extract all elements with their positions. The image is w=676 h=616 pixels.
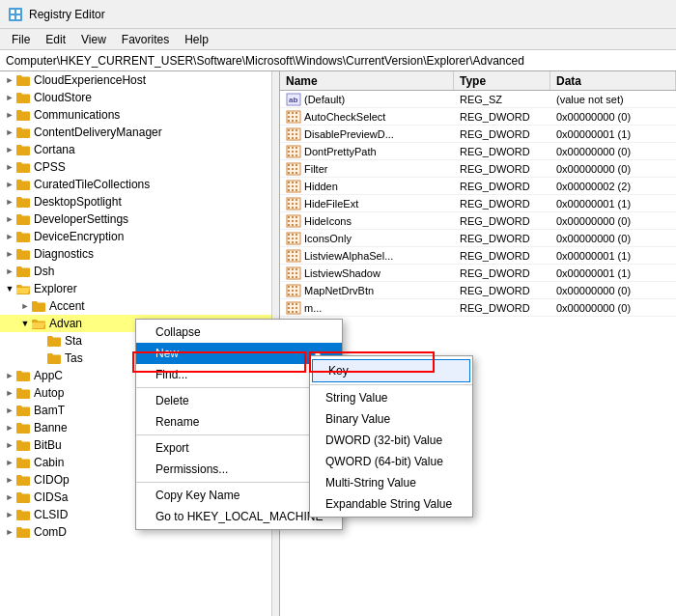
ctx-collapse[interactable]: Collapse — [136, 322, 342, 343]
sub-ctx-qword64[interactable]: QWORD (64-bit) Value — [310, 451, 472, 472]
svg-rect-157 — [296, 238, 297, 239]
svg-rect-94 — [288, 185, 290, 187]
svg-rect-44 — [296, 137, 297, 139]
ctx-collapse-label: Collapse — [155, 325, 201, 339]
svg-rect-193 — [292, 276, 294, 278]
folder-icon — [15, 490, 31, 504]
svg-rect-43 — [296, 133, 297, 135]
details-row-3[interactable]: DontPrettyPathREG_DWORD0x00000000 (0) — [280, 143, 676, 160]
svg-rect-0 — [9, 8, 22, 21]
svg-rect-174 — [292, 259, 294, 261]
svg-rect-215 — [296, 294, 297, 295]
details-row-8[interactable]: IconsOnlyREG_DWORD0x00000000 (0) — [280, 230, 676, 247]
tree-item-deviceencryption[interactable]: ► DeviceEncryption — [0, 228, 279, 245]
row-data-11: 0x00000000 (0) — [550, 285, 676, 296]
svg-rect-61 — [296, 147, 297, 149]
menu-favorites[interactable]: Favorites — [114, 31, 177, 48]
sub-ctx-qword64-label: QWORD (64-bit) Value — [325, 455, 443, 468]
tree-item-cpss[interactable]: ► CPSS — [0, 158, 279, 176]
tree-item-desktopspotlight[interactable]: ► DesktopSpotlight — [0, 193, 279, 210]
sub-ctx-string[interactable]: String Value — [310, 387, 472, 408]
row-data-8: 0x00000000 (0) — [550, 233, 676, 244]
sub-ctx-dword32[interactable]: DWORD (32-bit) Value — [310, 430, 472, 451]
details-row-0[interactable]: ab(Default)REG_SZ(value not set) — [280, 91, 676, 108]
folder-icon — [15, 369, 31, 382]
tree-item-explorer[interactable]: ▼ Explorer — [0, 280, 279, 297]
menu-edit[interactable]: Edit — [38, 31, 73, 48]
tree-label: Cortana — [34, 143, 75, 156]
folder-icon — [15, 126, 31, 139]
tree-label: CIDOp — [34, 473, 70, 487]
tree-item-curatedtilecollections[interactable]: ► CuratedTileCollections — [0, 176, 279, 193]
details-row-1[interactable]: AutoCheckSelectREG_DWORD0x00000000 (0) — [280, 108, 676, 126]
chevron-icon: ► — [4, 197, 15, 207]
svg-rect-99 — [296, 182, 297, 183]
ctx-permissions-label: Permissions... — [155, 462, 228, 476]
tree-item-communications[interactable]: ► Communications — [0, 106, 279, 124]
row-type-3: REG_DWORD — [454, 146, 550, 157]
details-row-7[interactable]: HideIconsREG_DWORD0x00000000 (0) — [280, 212, 676, 230]
chevron-icon: ► — [4, 162, 15, 172]
details-row-4[interactable]: FilterREG_DWORD0x00000000 (0) — [280, 160, 676, 178]
svg-rect-211 — [292, 290, 294, 292]
folder-icon — [31, 299, 46, 313]
sub-ctx-multistring[interactable]: Multi-String Value — [310, 472, 472, 493]
sub-ctx-expandable[interactable]: Expandable String Value — [310, 493, 472, 515]
row-data-12: 0x00000000 (0) — [550, 302, 676, 314]
folder-icon — [15, 195, 31, 209]
dword-icon — [286, 162, 301, 176]
details-row-11[interactable]: MapNetDrvBtnREG_DWORD0x00000000 (0) — [280, 282, 676, 299]
details-row-2[interactable]: DisablePreviewD...REG_DWORD0x00000001 (1… — [280, 126, 676, 143]
tree-item-contentdeliverymanager[interactable]: ► ContentDeliveryManager — [0, 124, 279, 141]
chevron-icon: ► — [4, 527, 15, 537]
tree-label: CloudStore — [34, 91, 92, 104]
tree-item-accent[interactable]: ► Accent — [0, 297, 279, 315]
address-bar: Computer\HKEY_CURRENT_USER\Software\Micr… — [0, 50, 676, 71]
svg-rect-227 — [288, 307, 290, 309]
sub-ctx-binary[interactable]: Binary Value — [310, 408, 472, 430]
menu-help[interactable]: Help — [177, 31, 216, 48]
dword-icon — [286, 249, 301, 263]
folder-icon — [15, 212, 31, 226]
svg-rect-137 — [296, 216, 297, 218]
details-row-12[interactable]: m...REG_DWORD0x00000000 (0) — [280, 299, 676, 317]
row-type-6: REG_DWORD — [454, 198, 550, 210]
tree-item-developersettings[interactable]: ► DeveloperSettings — [0, 210, 279, 228]
tree-item-dsh[interactable]: ► Dsh — [0, 263, 279, 280]
tree-label: CPSS — [34, 160, 66, 174]
tree-item-diagnostics[interactable]: ► Diagnostics — [0, 245, 279, 263]
tree-item-cloudstore[interactable]: ► CloudStore — [0, 89, 279, 106]
chevron-icon: ► — [4, 110, 15, 120]
tree-item-cloudexperiencehost[interactable]: ► CloudExperienceHost — [0, 71, 279, 89]
details-row-6[interactable]: HideFileExtREG_DWORD0x00000001 (1) — [280, 195, 676, 212]
row-type-1: REG_DWORD — [454, 111, 550, 123]
tree-item-cortana[interactable]: ► Cortana — [0, 141, 279, 158]
details-row-9[interactable]: ListviewAlphaSel...REG_DWORD0x00000001 (… — [280, 247, 676, 265]
menu-file[interactable]: File — [4, 31, 38, 48]
row-data-10: 0x00000001 (1) — [550, 267, 676, 279]
svg-rect-42 — [296, 129, 297, 131]
sub-context-menu: Key String Value Binary Value DWORD (32-… — [309, 355, 473, 518]
svg-rect-139 — [296, 224, 297, 226]
tree-label: ContentDeliveryManager — [34, 126, 162, 139]
svg-rect-82 — [296, 172, 297, 174]
svg-rect-188 — [288, 268, 290, 270]
row-type-7: REG_DWORD — [454, 215, 550, 227]
row-data-1: 0x00000000 (0) — [550, 111, 676, 123]
details-row-10[interactable]: ListviewShadowREG_DWORD0x00000001 (1) — [280, 265, 676, 282]
tree-label: Advan — [49, 317, 82, 330]
tree-label: DesktopSpotlight — [34, 195, 122, 209]
svg-rect-81 — [296, 168, 297, 170]
row-type-12: REG_DWORD — [454, 302, 550, 314]
tree-label: CIDSa — [34, 490, 68, 504]
chevron-icon: ► — [4, 127, 15, 137]
dword-icon — [286, 180, 301, 193]
svg-rect-176 — [296, 255, 297, 257]
svg-rect-177 — [296, 259, 297, 261]
title-text: Registry Editor — [29, 8, 105, 21]
tree-label: Autop — [34, 386, 64, 400]
sub-ctx-key[interactable]: Key — [312, 359, 470, 382]
folder-icon — [15, 73, 31, 87]
details-row-5[interactable]: HiddenREG_DWORD0x00000002 (2) — [280, 178, 676, 195]
menu-view[interactable]: View — [73, 31, 114, 48]
